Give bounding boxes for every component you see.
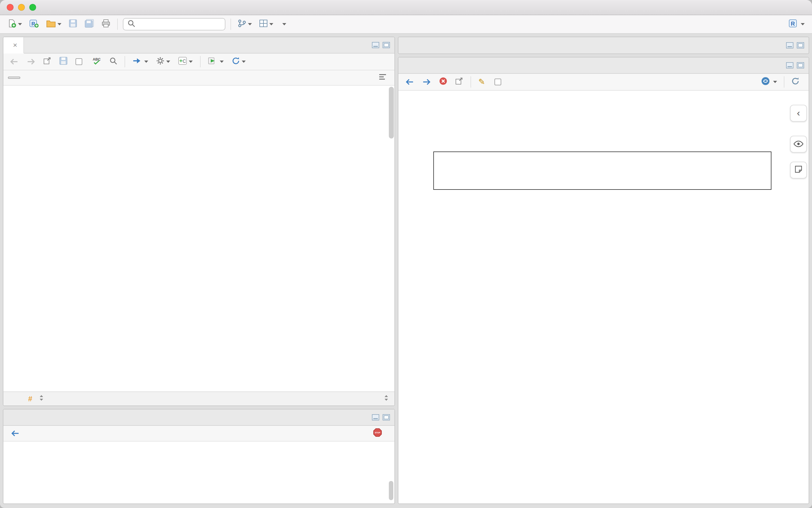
divider	[117, 18, 118, 30]
notes-button[interactable]	[790, 162, 807, 178]
chevron-down-icon	[144, 60, 148, 63]
viewer-stop-button[interactable]	[437, 76, 449, 88]
rerun-icon	[232, 56, 240, 67]
insert-chunk-icon: +C	[178, 56, 187, 67]
print-button[interactable]	[100, 18, 112, 31]
render-button[interactable]	[131, 56, 150, 67]
minimize-pane-icon[interactable]	[372, 412, 379, 423]
rendered-article	[398, 91, 809, 216]
spellcheck-button[interactable]: ABC	[90, 55, 103, 68]
editor-scrollbar[interactable]	[389, 87, 394, 383]
publish-button[interactable]	[760, 76, 779, 88]
panes-layout-icon	[259, 19, 268, 29]
chevron-left-icon: ‹	[797, 108, 800, 119]
new-file-icon	[7, 19, 16, 30]
workspace-panes-button[interactable]	[257, 18, 275, 30]
addins-button[interactable]	[279, 22, 288, 27]
jobs-back-button[interactable]	[9, 429, 22, 438]
version-control-button[interactable]	[236, 18, 253, 31]
save-all-button[interactable]	[83, 18, 96, 31]
outline-button[interactable]	[377, 72, 390, 83]
source-tabbar: ×	[3, 37, 395, 53]
refresh-button[interactable]	[789, 76, 801, 88]
minimize-pane-icon[interactable]	[786, 40, 794, 51]
publish-icon	[761, 77, 770, 87]
git-branch-icon	[238, 19, 246, 29]
tab-index-qmd[interactable]: ×	[3, 37, 24, 53]
svg-text:ABC: ABC	[93, 57, 101, 61]
viewer-tabbar	[398, 57, 809, 74]
goto-file-input[interactable]	[138, 20, 221, 29]
collapse-panel-button[interactable]: ‹	[790, 105, 807, 122]
rerun-button[interactable]	[230, 55, 247, 68]
maximize-pane-icon[interactable]	[797, 40, 804, 51]
divider	[200, 56, 201, 67]
minimize-pane-icon[interactable]	[786, 60, 794, 71]
minimize-window-button[interactable]	[18, 4, 25, 11]
project-icon: R	[788, 19, 797, 30]
settings-button[interactable]	[154, 55, 172, 68]
forward-button[interactable]	[25, 57, 37, 66]
chevron-down-icon	[282, 23, 286, 25]
chevron-down-icon	[801, 23, 805, 25]
updown-icon	[39, 394, 44, 403]
visual-mode-button[interactable]	[20, 77, 32, 79]
save-document-button[interactable]	[57, 55, 69, 68]
save-icon	[59, 56, 68, 67]
viewer-toolbar: ✎	[398, 74, 809, 91]
editor-mode-bar	[3, 71, 395, 86]
save-icon	[69, 19, 77, 29]
viewer-popout-button[interactable]	[454, 76, 465, 88]
render-on-save-checkbox[interactable]	[74, 57, 86, 66]
edit-button[interactable]: ✎	[477, 77, 488, 87]
viewer-content[interactable]: ‹	[398, 91, 809, 504]
checkbox-icon	[76, 58, 82, 65]
source-mode-button[interactable]	[8, 77, 20, 79]
new-project-icon: R	[29, 19, 39, 30]
gear-icon	[156, 56, 165, 67]
stop-icon[interactable]: STOP	[373, 428, 382, 439]
job-output[interactable]	[3, 441, 395, 504]
run-button[interactable]	[206, 56, 226, 68]
zoom-window-button[interactable]	[29, 4, 36, 11]
open-file-button[interactable]	[44, 18, 63, 30]
code-editor[interactable]	[3, 86, 395, 391]
viewer-back-button[interactable]	[403, 77, 416, 86]
svg-text:R: R	[791, 20, 795, 27]
back-button[interactable]	[8, 57, 20, 66]
insert-chunk-button[interactable]: +C	[176, 55, 194, 68]
maximize-pane-icon[interactable]	[797, 60, 804, 71]
project-menu-button[interactable]: R	[787, 18, 806, 31]
console-pane: STOP	[3, 409, 395, 504]
source-pane: × ABC	[3, 37, 395, 406]
render-icon	[132, 57, 141, 66]
chevron-down-icon	[248, 23, 252, 25]
new-project-button[interactable]: R	[28, 18, 41, 31]
jobs-toolbar: STOP	[3, 426, 395, 441]
svg-text:C: C	[182, 59, 186, 64]
figure-timeline	[433, 152, 771, 216]
reader-view-button[interactable]	[790, 136, 807, 153]
sync-editor-checkbox[interactable]	[493, 77, 504, 86]
window-titlebar	[0, 0, 812, 15]
symbol-selector[interactable]: #	[28, 394, 44, 403]
minimize-pane-icon[interactable]	[372, 40, 379, 50]
doc-type-selector[interactable]	[380, 394, 389, 403]
goto-file-search[interactable]	[123, 18, 226, 31]
maximize-pane-icon[interactable]	[382, 40, 390, 50]
popout-button[interactable]	[42, 56, 53, 67]
new-file-button[interactable]	[6, 18, 24, 31]
timeline-plot	[433, 152, 771, 190]
search-icon	[109, 57, 117, 67]
save-button[interactable]	[67, 18, 79, 31]
divider	[784, 76, 784, 88]
chevron-down-icon	[166, 60, 170, 63]
scrollbar-thumb[interactable]	[389, 87, 394, 138]
find-replace-button[interactable]	[108, 56, 119, 68]
maximize-pane-icon[interactable]	[382, 412, 390, 423]
viewer-forward-button[interactable]	[420, 77, 433, 86]
close-icon[interactable]: ×	[13, 41, 17, 49]
console-scrollbar-thumb[interactable]	[389, 481, 393, 500]
close-window-button[interactable]	[7, 4, 13, 11]
run-icon	[208, 57, 216, 67]
